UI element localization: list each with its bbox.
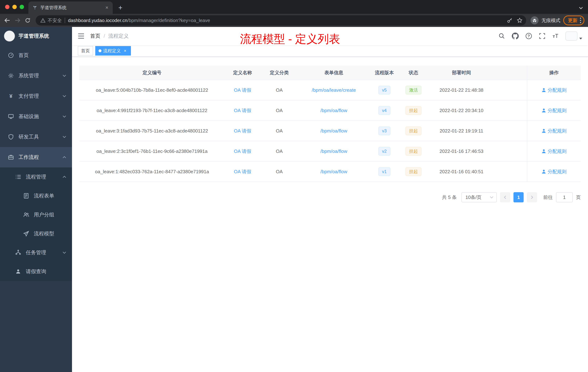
form-link[interactable]: /bpm/oa/flow xyxy=(320,149,347,154)
definition-name-link[interactable]: OA 请假 xyxy=(234,169,251,175)
sidebar-item-label: 系统管理 xyxy=(19,72,58,79)
gear-icon xyxy=(8,73,14,79)
browser-chrome: 芋道管理系统 × + 不安全 dashboard.yudao.iocoder.c… xyxy=(0,0,588,27)
assign-rule-button[interactable]: 分配规则 xyxy=(541,87,567,93)
brand-logo-avatar xyxy=(4,31,15,42)
page-size-select[interactable]: 10条/页 xyxy=(462,192,497,202)
tag-home[interactable]: 首页 xyxy=(78,46,93,55)
form-link[interactable]: /bpm/oa/flow xyxy=(320,169,347,175)
cell-form-info: /bpm/oa/flow xyxy=(298,121,369,141)
sidebar-item-payment[interactable]: ¥ 支付管理 xyxy=(0,86,72,106)
version-tag[interactable]: v3 xyxy=(378,127,390,135)
font-size-icon[interactable] xyxy=(552,33,559,40)
back-button[interactable] xyxy=(2,15,12,25)
next-page-button[interactable] xyxy=(527,192,537,202)
page-unit-label: 页 xyxy=(576,194,581,201)
cell-definition-name: OA 请假 xyxy=(225,121,260,141)
sidebar-item-process-management[interactable]: 流程管理 xyxy=(0,167,72,186)
sidebar-item-process-model[interactable]: 流程模型 xyxy=(0,224,72,243)
tag-close-icon[interactable]: × xyxy=(123,48,128,53)
form-link[interactable]: /bpm/oa/flow xyxy=(320,128,347,134)
assign-rule-button[interactable]: 分配规则 xyxy=(541,169,567,175)
cell-spacer xyxy=(495,80,527,100)
workflow-icon xyxy=(8,154,14,160)
sidebar-item-process-form[interactable]: 流程表单 xyxy=(0,186,72,205)
sidebar-item-home[interactable]: 首页 xyxy=(0,45,72,66)
maximize-window-button[interactable] xyxy=(20,5,24,9)
page-number-current[interactable]: 1 xyxy=(514,192,524,202)
close-window-button[interactable] xyxy=(5,5,10,9)
form-link[interactable]: /bpm/oa/leave/create xyxy=(312,87,356,93)
tag-process-definition[interactable]: 流程定义 × xyxy=(95,46,131,55)
table-row: oa_leave:1:482ec033-762a-11ec-8477-a2380… xyxy=(79,162,581,182)
url-path: /bpm/manager/definition?key=oa_leave xyxy=(127,18,210,23)
cell-status: 激活 xyxy=(399,80,428,100)
version-tag[interactable]: v5 xyxy=(378,86,390,94)
update-label: 更新 xyxy=(568,17,578,24)
version-tag[interactable]: v2 xyxy=(378,147,390,156)
sidebar-item-infrastructure[interactable]: 基础设施 xyxy=(0,106,72,127)
fullscreen-icon[interactable] xyxy=(538,33,546,40)
minimize-window-button[interactable] xyxy=(12,5,17,9)
github-icon[interactable] xyxy=(512,33,519,40)
tab-close-icon[interactable]: × xyxy=(104,5,110,11)
help-question-icon[interactable]: ? xyxy=(525,33,532,40)
top-navbar: 首页 / 流程定义 ? xyxy=(72,27,588,45)
prev-page-button[interactable] xyxy=(500,192,510,202)
tab-search-chevron-icon[interactable] xyxy=(579,7,583,10)
tree-icon xyxy=(15,250,21,255)
security-indicator[interactable]: 不安全 xyxy=(40,17,62,24)
document-icon xyxy=(23,193,29,199)
avatar[interactable] xyxy=(566,32,578,41)
user-avatar-menu[interactable] xyxy=(566,32,582,41)
sidebar-item-label: 流程管理 xyxy=(26,174,58,180)
version-tag[interactable]: v1 xyxy=(378,167,390,176)
cell-deploy-time: 2022-01-22 20:34:10 xyxy=(428,100,495,120)
definition-name-link[interactable]: OA 请假 xyxy=(234,148,251,154)
password-key-icon[interactable] xyxy=(507,18,512,23)
sidebar-item-user-group[interactable]: 用户分组 xyxy=(0,205,72,224)
breadcrumb-home[interactable]: 首页 xyxy=(90,33,100,40)
sidebar-item-label: 用户分组 xyxy=(34,211,66,218)
tags-view-bar: 首页 流程定义 × xyxy=(72,45,588,57)
sidebar-item-leave-query[interactable]: 请假查询 xyxy=(0,262,72,281)
status-badge: 挂起 xyxy=(405,167,421,176)
definition-name-link[interactable]: OA 请假 xyxy=(234,87,251,93)
sidebar-item-devtools[interactable]: 研发工具 xyxy=(0,127,72,147)
sidebar-item-workflow[interactable]: 工作流程 xyxy=(0,147,72,167)
cell-form-info: /bpm/oa/flow xyxy=(298,162,369,182)
chevron-down-icon xyxy=(490,196,494,198)
cell-status: 挂起 xyxy=(399,121,428,141)
assign-rule-button[interactable]: 分配规则 xyxy=(541,107,567,114)
sidebar-item-task-management[interactable]: 任务管理 xyxy=(0,243,72,262)
cell-deploy-time: 2022-01-16 17:46:53 xyxy=(428,141,495,161)
main-area: 流程模型 - 定义列表 首页 / 流程定义 ? xyxy=(72,27,588,372)
bookmark-star-icon[interactable] xyxy=(517,17,523,23)
incognito-label: 无痕模式 xyxy=(541,17,560,24)
address-bar[interactable]: 不安全 dashboard.yudao.iocoder.cn/bpm/manag… xyxy=(36,15,526,25)
reload-button[interactable] xyxy=(22,15,33,25)
browser-tab[interactable]: 芋道管理系统 × xyxy=(28,1,113,14)
definition-name-link[interactable]: OA 请假 xyxy=(234,128,251,134)
form-link[interactable]: /bpm/oa/flow xyxy=(320,108,347,113)
column-header-spacer xyxy=(495,66,527,80)
sidebar-toggle-hamburger-icon[interactable] xyxy=(78,33,84,39)
sidebar-item-system[interactable]: 系统管理 xyxy=(0,66,72,86)
browser-menu-dots-icon[interactable] xyxy=(580,17,581,24)
cell-actions: 分配规则 xyxy=(527,162,581,182)
browser-update-chip[interactable]: 更新 xyxy=(563,15,584,25)
chevron-down-icon xyxy=(63,115,66,118)
search-icon[interactable] xyxy=(498,33,505,40)
definition-name-link[interactable]: OA 请假 xyxy=(234,107,251,114)
sidebar: 芋道管理系统 首页 系统管理 ¥ 支付管理 基础设施 xyxy=(0,27,72,372)
warning-icon xyxy=(40,18,45,23)
goto-page-input[interactable] xyxy=(556,192,573,202)
assign-rule-button[interactable]: 分配规则 xyxy=(541,128,567,134)
version-tag[interactable]: v4 xyxy=(378,106,390,115)
list-icon xyxy=(15,174,21,180)
assign-rule-button[interactable]: 分配规则 xyxy=(541,148,567,154)
paper-plane-icon xyxy=(23,231,29,237)
new-tab-button[interactable]: + xyxy=(116,3,125,12)
cell-version: v1 xyxy=(369,162,399,182)
breadcrumb-separator: / xyxy=(104,33,105,39)
